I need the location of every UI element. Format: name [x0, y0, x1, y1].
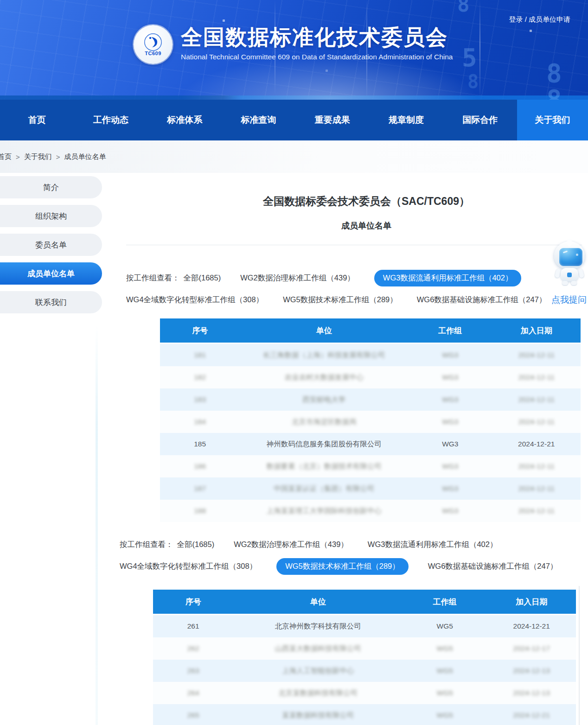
column-header-2: 工作组: [403, 590, 487, 614]
cell-no: 262: [153, 637, 233, 660]
cell-unit: 西安邮电大学: [240, 388, 408, 411]
breadcrumb-item-2: 成员单位名单: [64, 153, 106, 161]
nav-item-6[interactable]: 国际合作: [443, 100, 517, 140]
robot-face-icon: [559, 248, 582, 266]
filter-option[interactable]: WG6数据基础设施标准工作组（247）: [417, 295, 547, 305]
cell-no: 185: [160, 433, 240, 455]
nav-item-7[interactable]: 关于我们: [517, 100, 588, 140]
cell-unit: 长三角数据（上海）科技发展有限公司: [240, 344, 408, 366]
breadcrumb-item-0[interactable]: 首页: [0, 153, 12, 161]
page: 登录 / 成员单位申请 TC609 全国数据标准化技术委员会 National …: [0, 0, 588, 725]
banner-bottom-strip: [0, 95, 588, 100]
cell-unit: 上海某某理工大学国际科技创新中心: [240, 500, 408, 522]
cell-no: 188: [160, 500, 240, 522]
nav-item-5[interactable]: 规章制度: [369, 100, 443, 140]
column-header-3: 加入日期: [492, 318, 581, 343]
filter-option-active[interactable]: WG3数据流通利用标准工作组（402）: [374, 270, 522, 286]
cell-group: WG3: [408, 455, 492, 477]
table-row: 184北京市海淀区数据局WG32024-12-11: [160, 411, 581, 433]
filter-line: 按工作组查看：全部(1685)WG2数据治理标准工作组（439）WG3数据流通利…: [120, 537, 557, 553]
sidebar-item-4[interactable]: 联系我们: [0, 291, 102, 313]
cell-no: 186: [160, 455, 240, 477]
cell-no: 264: [153, 682, 233, 704]
cell-date: 2024-12-11: [492, 477, 581, 500]
filter-option[interactable]: 全部(1685): [177, 540, 215, 550]
filter-option[interactable]: WG2数据治理标准工作组（439）: [240, 273, 355, 283]
cell-no: 265: [153, 704, 233, 725]
assistant-robot[interactable]: [553, 238, 586, 286]
cell-group: WG3: [408, 388, 492, 411]
sidebar-item-2[interactable]: 委员名单: [0, 234, 102, 256]
nav-item-4[interactable]: 重要成果: [295, 100, 369, 140]
banner-decor-line: [479, 0, 480, 100]
table-row: 188上海某某理工大学国际科技创新中心WG32024-12-11: [160, 500, 581, 522]
column-header-0: 序号: [153, 590, 233, 614]
site-brand[interactable]: TC609 全国数据标准化技术委员会 National Technical Co…: [134, 25, 453, 64]
banner-decor-digit: 8: [467, 72, 479, 91]
cell-unit: 山西某大数据科技有限公司: [233, 637, 403, 660]
table-row: 185神州数码信息服务集团股份有限公司WG32024-12-21: [160, 433, 581, 455]
nav-item-3[interactable]: 标准查询: [222, 100, 295, 140]
page-title: 全国数据标委会技术委员会（SAC/TC609）: [125, 194, 588, 209]
filter-option[interactable]: WG3数据流通利用标准工作组（402）: [368, 540, 498, 550]
cell-date: 2024-12-13: [487, 660, 576, 682]
robot-badge-icon: [567, 273, 572, 277]
nav-item-1[interactable]: 工作动态: [74, 100, 147, 140]
nav-item-2[interactable]: 标准体系: [148, 100, 222, 140]
filter-line: 按工作组查看：全部(1685)WG2数据治理标准工作组（439）WG3数据流通利…: [126, 270, 546, 286]
table-row: 187中国某某认证（集团）有限公司WG32024-12-11: [160, 477, 581, 500]
table-header-row: 序号单位工作组加入日期: [160, 318, 581, 344]
filter-option-active[interactable]: WG5数据技术标准工作组（289）: [276, 558, 409, 575]
divider: [126, 245, 582, 245]
cell-date: 2024-12-13: [487, 682, 576, 704]
cell-date: 2024-12-11: [492, 388, 581, 411]
filter-option[interactable]: WG4全域数字化转型标准工作组（308）: [126, 295, 263, 305]
logo-emblem-icon: [142, 33, 164, 51]
cell-group: WG5: [403, 637, 487, 660]
breadcrumb-item-1[interactable]: 关于我们: [24, 153, 52, 161]
sidebar-item-3[interactable]: 成员单位名单: [0, 262, 102, 285]
table-row: 181长三角数据（上海）科技发展有限公司WG32024-12-11: [160, 344, 581, 366]
cell-unit: 北京神州数字科技有限公司: [233, 615, 403, 637]
cell-group: WG5: [403, 615, 487, 637]
robot-arm-icon: [555, 268, 561, 278]
banner-decor-dot: [223, 19, 225, 22]
cell-no: 181: [160, 344, 240, 366]
cell-no: 263: [153, 660, 233, 682]
sidebar-item-1[interactable]: 组织架构: [0, 205, 102, 227]
cell-no: 184: [160, 411, 240, 433]
workgroup-filter-2: 按工作组查看：全部(1685)WG2数据治理标准工作组（439）WG3数据流通利…: [120, 537, 557, 574]
robot-foot-icon: [562, 281, 568, 285]
filter-option[interactable]: WG2数据治理标准工作组（439）: [234, 540, 348, 550]
table-row: 264北京某数据科技有限公司WG52024-12-13: [153, 682, 576, 704]
cell-date: 2024-12-21: [492, 433, 581, 455]
filter-line: WG4全域数字化转型标准工作组（308）WG5数据技术标准工作组（289）WG6…: [120, 559, 557, 574]
workgroup-filter-1: 按工作组查看：全部(1685)WG2数据治理标准工作组（439）WG3数据流通利…: [126, 270, 546, 308]
cell-no: 182: [160, 366, 240, 388]
cell-group: WG5: [403, 660, 487, 682]
member-table-1: 序号单位工作组加入日期181长三角数据（上海）科技发展有限公司WG32024-1…: [160, 318, 581, 522]
site-subtitle-en: National Technical Committee 609 on Data…: [181, 53, 453, 61]
cell-unit: 上海人工智能创新中心: [233, 660, 403, 682]
banner-decor-dot: [326, 70, 328, 72]
table-row: 182农业农村大数据发展中心WG32024-12-11: [160, 366, 581, 388]
cell-unit: 北京某数据科技有限公司: [233, 682, 403, 704]
filter-option[interactable]: WG4全域数字化转型标准工作组（308）: [120, 561, 257, 572]
cell-no: 261: [153, 615, 233, 637]
cell-date: 2024-12-11: [492, 411, 581, 433]
filter-option[interactable]: WG6数据基础设施标准工作组（247）: [428, 561, 558, 572]
breadcrumb-separator: >: [16, 153, 20, 161]
assistant-label[interactable]: 点我提问: [543, 294, 588, 306]
filter-option[interactable]: 全部(1685): [184, 273, 221, 283]
main-nav: 首页工作动态标准体系标准查询重要成果规章制度国际合作关于我们: [0, 100, 588, 140]
filter-line: WG4全域数字化转型标准工作组（308）WG5数据技术标准工作组（289）WG6…: [126, 292, 546, 308]
tc609-logo: TC609: [134, 25, 173, 64]
cell-date: 2024-12-11: [492, 500, 581, 522]
cell-group: WG3: [408, 433, 492, 455]
nav-item-0[interactable]: 首页: [0, 100, 74, 140]
cell-date: 2024-12-21: [487, 615, 576, 637]
filter-option[interactable]: WG5数据技术标准工作组（289）: [283, 295, 397, 305]
banner-decor-digit: 5: [462, 45, 477, 70]
sidebar-item-0[interactable]: 简介: [0, 176, 102, 198]
login-link[interactable]: 登录 / 成员单位申请: [509, 15, 570, 24]
